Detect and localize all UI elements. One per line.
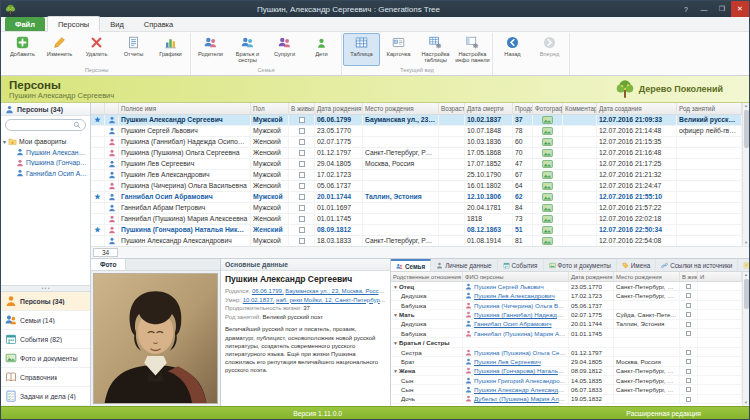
person-link[interactable]: Пушкин Григорий Александрович [474, 377, 569, 384]
parents-button[interactable]: Родители [192, 33, 229, 66]
table-row[interactable]: Пушкина (Ганнибал) Надежда ОсиповнаЖенск… [91, 137, 742, 148]
charts-button[interactable]: Графики [152, 33, 189, 66]
alive-checkbox[interactable] [686, 322, 691, 327]
person-link[interactable]: Пушкина (Чичерина) Ольга Васильевна [474, 302, 569, 309]
family-column-header-1[interactable]: ФИО персоны [463, 272, 569, 281]
tab-personal[interactable]: Личные данные [431, 259, 497, 271]
family-column-header-2[interactable]: Дата рождения [569, 272, 614, 281]
table-scrollbar[interactable]: ▲ ▼ [742, 103, 749, 246]
column-header-9[interactable]: Продолжительность [513, 103, 533, 114]
sidebar-item-persons[interactable]: Персоны (34) [1, 292, 90, 311]
person-link[interactable]: Дубельт (Пушкина) Мария Александровна [474, 395, 569, 402]
family-row[interactable]: СынПушкин Александр Александрович06.07.1… [391, 385, 742, 394]
column-header-4[interactable]: В живых [289, 103, 315, 114]
column-header-11[interactable]: Комментарий [563, 103, 597, 114]
menu-tab-view[interactable]: Вид [100, 17, 134, 31]
minimize-button[interactable]: — [695, 1, 713, 17]
tab-photo[interactable]: Фото [91, 259, 126, 270]
alive-checkbox[interactable] [686, 303, 691, 308]
sidebar-item-events[interactable]: События (82) [1, 330, 90, 349]
family-row[interactable]: БратПушкин Лев Сергеевич29.04.1805Москва… [391, 357, 742, 366]
person-link[interactable]: Ганнибал (Пушкина) Мария Алексеевна [474, 330, 569, 337]
family-row[interactable]: ДедушкаГаннибал Осип Абрамович20.01.1744… [391, 320, 742, 329]
person-link[interactable]: Пушкин Александр Александрович [474, 386, 569, 393]
table-row[interactable]: Пушкин Лев АлександровичМужской17.02.172… [91, 170, 742, 181]
column-header-10[interactable]: Фотография [533, 103, 563, 114]
alive-checkbox[interactable] [299, 238, 305, 244]
search-input[interactable] [10, 122, 73, 129]
scrollbar-thumb[interactable] [744, 279, 749, 309]
info-settings-button[interactable]: Настройка инфо панели [454, 33, 491, 66]
tab-sources[interactable]: Ссылки на источники [656, 259, 738, 271]
family-row[interactable]: СестраПушкина (Пушкина) Ольга Сергеевна0… [391, 348, 742, 357]
family-row[interactable]: ▼ОтецПушкин Сергей Львович23.05.1770Санк… [391, 282, 742, 291]
family-column-header-3[interactable]: Место рождения [614, 272, 680, 281]
menu-tab-file[interactable]: Файл [5, 17, 45, 31]
alive-checkbox[interactable] [686, 378, 691, 383]
table-row[interactable]: Ганнибал (Пушкина) Мария АлексеевнаЖенск… [91, 214, 742, 225]
table-row[interactable]: Пушкин Сергей ЛьвовичМужской23.05.177010… [91, 126, 742, 137]
back-button[interactable]: Назад [494, 33, 531, 66]
person-link[interactable]: Пушкина (Пушкина) Ольга Сергеевна [474, 349, 569, 356]
family-column-header-4[interactable]: В живых [680, 272, 698, 281]
family-scrollbar[interactable]: ▲ ▼ [742, 272, 749, 406]
table-row[interactable]: Пушкина (Пушкина) Ольга СергеевнаЖенский… [91, 148, 742, 159]
death-date-link[interactable]: 10.02.1837, [243, 297, 275, 303]
alive-checkbox[interactable] [299, 183, 305, 189]
table-row[interactable]: Пушкин Лев СергеевичМужской29.04.1805Мос… [91, 159, 742, 170]
tree-item-person[interactable]: Пушкин Александр Сергеевич [3, 147, 88, 158]
card-button[interactable]: Карточка [380, 33, 417, 66]
children-button[interactable]: Дети [303, 33, 340, 66]
reports-button[interactable]: Отчеты [115, 33, 152, 66]
table-row[interactable]: Ганнибал Абрам ПетровичМужской01.01.1697… [91, 203, 742, 214]
sidebar-item-families[interactable]: Семьи (14) [1, 311, 90, 330]
tab-photos[interactable]: Фото и документы [544, 259, 617, 271]
family-row[interactable]: ДедушкаПушкин Лев Александрович17.02.172… [391, 291, 742, 300]
alive-checkbox[interactable] [686, 369, 691, 374]
column-header-8[interactable]: Дата смерти [465, 103, 513, 114]
table-settings-button[interactable]: Настройка таблицы [417, 33, 454, 66]
tree-item-person[interactable]: Ганнибал Осип Абрамович [3, 168, 88, 179]
family-row[interactable]: ▼Братья / Сестры [391, 338, 742, 347]
tab-names[interactable]: Имена [617, 259, 656, 271]
column-header-0[interactable] [91, 103, 105, 114]
person-link[interactable]: Пушкин Сергей Львович [474, 283, 544, 290]
sidebar-item-tasks[interactable]: Задачи и дела (4) [1, 387, 90, 406]
table-button[interactable]: Таблица [343, 33, 380, 66]
alive-checkbox[interactable] [299, 128, 305, 134]
family-column-header-5[interactable]: И [698, 272, 742, 281]
family-row[interactable]: СынПушкин Григорий Александрович14.05.18… [391, 376, 742, 385]
alive-checkbox[interactable] [299, 139, 305, 145]
person-link[interactable]: Ганнибал Осип Абрамович [474, 320, 552, 327]
forward-button[interactable]: Вперед [531, 33, 568, 66]
tab-notes[interactable]: Заметки [738, 259, 749, 271]
alive-checkbox[interactable] [686, 312, 691, 317]
alive-checkbox[interactable] [686, 387, 691, 392]
column-header-3[interactable]: Пол [251, 103, 289, 114]
tab-events[interactable]: События [498, 259, 544, 271]
edit-button[interactable]: Изменить [41, 33, 78, 66]
family-row[interactable]: ▼ЖенаПушкина (Гончарова) Наталья Николае… [391, 367, 742, 376]
alive-checkbox[interactable] [686, 350, 691, 355]
scrollbar-thumb[interactable] [744, 110, 749, 148]
alive-checkbox[interactable] [686, 397, 691, 402]
close-button[interactable]: ✕ [731, 1, 749, 17]
scroll-up-icon[interactable]: ▲ [744, 103, 748, 109]
alive-checkbox[interactable] [686, 284, 691, 289]
person-link[interactable]: Пушкина (Гончарова) Наталья Николаевна [474, 367, 569, 374]
maximize-button[interactable]: ❐ [713, 1, 731, 17]
menu-tab-persons[interactable]: Персоны [47, 16, 100, 32]
family-row[interactable]: ДочьДубельт (Пушкина) Мария Александровн… [391, 395, 742, 404]
alive-checkbox[interactable] [686, 293, 691, 298]
column-header-12[interactable]: Дата создания [597, 103, 677, 114]
add-button[interactable]: Добавить [4, 33, 41, 66]
person-link[interactable]: Пушкин Лев Сергеевич [474, 358, 541, 365]
tree-root-favorites[interactable]: ▾ Мои фавориты [3, 136, 88, 147]
table-row[interactable]: Пушкин Александр АлександровичМужской18.… [91, 236, 742, 246]
birth-date-link[interactable]: 06.06.1799, [252, 288, 284, 294]
sidebar-item-photos[interactable]: Фото и документы [1, 349, 90, 368]
person-link[interactable]: Пушкин Лев Александрович [474, 292, 555, 299]
alive-checkbox[interactable] [299, 150, 305, 156]
scroll-up-icon[interactable]: ▲ [744, 272, 748, 278]
portrait-photo[interactable] [93, 273, 218, 404]
